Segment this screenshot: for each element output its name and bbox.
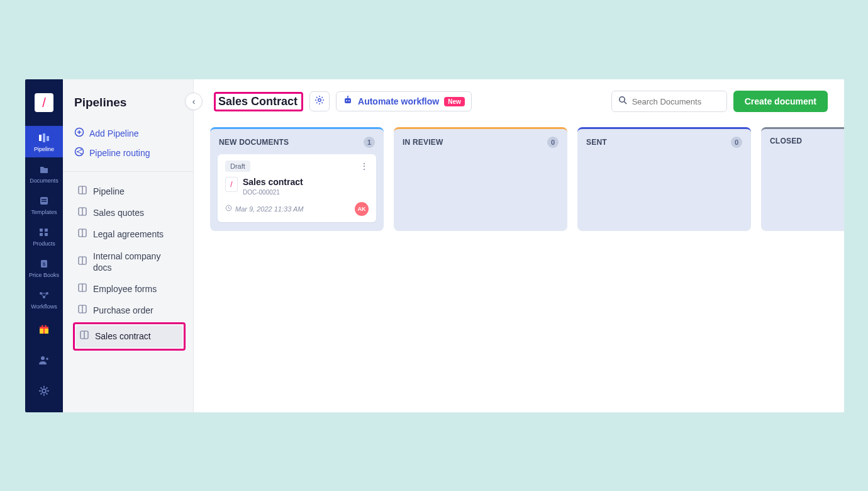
rail-label: Workflows [31,303,57,310]
sidebar-item-sales-quotes[interactable]: Sales quotes [74,202,184,223]
card-menu-button[interactable]: ⋮ [360,161,369,171]
svg-point-57 [346,100,347,101]
settings-button[interactable] [309,91,330,111]
document-card[interactable]: Draft ⋮ / Sales contract DOC-000021 [218,154,376,222]
svg-text:$: $ [43,261,46,267]
plus-circle-icon [74,127,84,139]
svg-rect-8 [40,233,43,236]
back-button[interactable]: ‹ [185,93,203,110]
sidebar-item-purchase-order[interactable]: Purchase order [74,300,184,321]
svg-point-61 [619,97,624,102]
gift-icon [38,324,50,337]
sidebar-item-label: Sales quotes [93,207,144,218]
column-new-documents: NEW DOCUMENTS 1 Draft ⋮ / [210,127,384,231]
rail-item-invite[interactable] [25,346,63,376]
card-title: Sales contract [243,177,303,188]
column-count: 0 [547,137,559,148]
rail-item-documents[interactable]: Documents [25,157,63,189]
products-icon [38,227,50,238]
svg-rect-56 [345,98,351,103]
card-doc-id: DOC-000021 [243,189,303,196]
icon-rail: / Pipeline Documents Templates Products [25,79,63,412]
column-header: CLOSED [761,127,844,152]
rail-item-pipeline[interactable]: Pipeline [25,126,63,157]
rail-item-pricebooks[interactable]: $ Price Books [25,252,63,283]
app-logo-icon[interactable]: / [35,93,53,112]
automate-workflow-button[interactable]: Automate workflow New [336,91,472,111]
search-icon [618,96,627,107]
pipeline-routing-link[interactable]: Pipeline routing [74,143,184,162]
column-header: NEW DOCUMENTS 1 [210,127,384,154]
timestamp-text: Mar 9, 2022 11:33 AM [235,205,303,213]
sidebar-item-pipeline[interactable]: Pipeline [74,181,184,202]
add-pipeline-link[interactable]: Add Pipeline [74,123,184,143]
page-title-text: Sales Contract [218,95,298,108]
clock-icon [225,205,232,213]
card-timestamp: Mar 9, 2022 11:33 AM [225,205,303,213]
svg-rect-0 [39,135,42,141]
templates-icon [38,195,50,206]
rail-item-templates[interactable]: Templates [25,189,63,220]
gear-icon [314,95,325,108]
sidebar-item-legal-agreements[interactable]: Legal agreements [74,223,184,245]
sidebar-item-sales-contract[interactable]: Sales contract [76,325,182,347]
svg-rect-6 [40,229,43,232]
svg-line-24 [41,388,42,389]
board-icon [78,229,87,240]
rail-label: Templates [31,209,57,215]
svg-point-18 [41,356,45,360]
workflows-icon [38,290,50,301]
svg-line-27 [41,393,42,395]
svg-rect-9 [45,233,48,236]
search-input[interactable] [632,97,720,106]
svg-line-62 [624,102,626,104]
rail-item-gift[interactable] [25,315,63,346]
column-closed: CLOSED [761,127,844,231]
sidebar: Pipelines Add Pipeline Pipeline routing … [63,79,194,412]
sidebar-item-internal-docs[interactable]: Internal company docs [74,246,184,278]
board-icon [78,256,87,268]
sidebar-title: Pipelines [74,96,184,110]
column-count: 1 [364,137,375,148]
chevron-left-icon: ‹ [192,96,196,106]
board-icon [78,283,87,295]
pipeline-icon [38,132,50,144]
documents-icon [38,164,50,175]
board-icon [78,207,87,218]
rail-label: Price Books [29,272,59,278]
status-badge: Draft [225,161,250,172]
column-title: IN REVIEW [403,138,443,147]
svg-point-29 [75,148,84,156]
page-title: Sales Contract [214,92,303,111]
search-documents[interactable] [611,91,727,112]
automate-label: Automate workflow [358,96,439,106]
app-frame: / Pipeline Documents Templates Products [25,79,844,412]
create-document-button[interactable]: Create document [733,91,828,112]
svg-point-60 [347,96,348,97]
rail-label: Products [33,240,55,247]
pipeline-routing-label: Pipeline routing [89,148,150,158]
svg-rect-17 [43,327,45,334]
sidebar-divider [63,171,193,172]
sidebar-item-label: Sales contract [95,330,151,342]
column-header: SENT 0 [577,127,751,154]
svg-line-54 [322,97,323,98]
sidebar-item-label: Employee forms [93,283,157,295]
column-count: 0 [731,137,742,148]
svg-line-26 [47,388,48,389]
svg-rect-5 [42,201,47,202]
svg-line-52 [316,97,318,98]
avatar: AK [355,202,369,216]
rail-item-settings[interactable] [25,376,63,408]
sidebar-item-employee-forms[interactable]: Employee forms [74,278,184,300]
rail-item-workflows[interactable]: Workflows [25,283,63,315]
svg-rect-7 [45,229,48,232]
svg-point-58 [348,100,350,101]
board-icon [78,305,87,316]
column-title: NEW DOCUMENTS [219,138,289,147]
svg-point-19 [42,389,46,393]
column-header: IN REVIEW 0 [394,127,567,154]
rail-item-products[interactable]: Products [25,220,63,252]
pricebooks-icon: $ [38,258,50,269]
document-icon: / [225,177,238,192]
